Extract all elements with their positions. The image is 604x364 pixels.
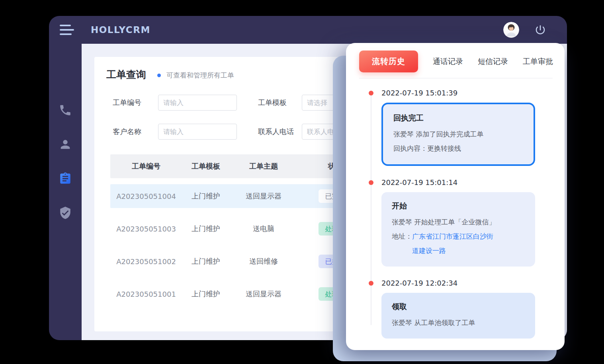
filter-label-customer: 客户名称 bbox=[113, 127, 158, 136]
column-header: 工单模板 bbox=[192, 162, 220, 171]
sidebar-item-calls[interactable] bbox=[59, 103, 72, 117]
user-avatar[interactable] bbox=[503, 22, 519, 38]
subtitle-dot-icon bbox=[157, 74, 161, 77]
sidebar-item-customers[interactable] bbox=[59, 138, 72, 151]
cell-subject: 送电脑 bbox=[253, 224, 274, 234]
sidebar-item-security[interactable] bbox=[59, 206, 72, 220]
timeline-dot-icon bbox=[369, 281, 373, 286]
timeline-entry: 2022-07-19 12:02:34 领取 张爱琴 从工单池领取了工单 bbox=[369, 279, 553, 339]
flow-history-body: 2022-07-19 15:01:39 回执完工 张爱琴 添加了回执并完成工单 … bbox=[346, 78, 565, 339]
tab-sms-records[interactable]: 短信记录 bbox=[478, 56, 508, 67]
filter-label-template: 工单模板 bbox=[258, 98, 302, 107]
event-line: 回执内容：更换转接线 bbox=[393, 141, 523, 156]
menu-hamburger-icon[interactable] bbox=[60, 23, 75, 37]
event-address-row: 地址： 广东省江门市蓬江区白沙街道建设一路 bbox=[392, 229, 525, 258]
timeline-card-completed[interactable]: 回执完工 张爱琴 添加了回执并完成工单 回执内容：更换转接线 bbox=[381, 103, 535, 166]
event-title: 领取 bbox=[392, 302, 525, 312]
event-line: 张爱琴 从工单池领取了工单 bbox=[392, 315, 525, 330]
detail-tabs: 流转历史 通话记录 短信记录 工单审批 bbox=[346, 43, 565, 72]
column-header: 工单编号 bbox=[132, 162, 160, 171]
timeline-entry: 2022-07-19 15:01:14 开始 张爱琴 开始处理工单「企业微信」 … bbox=[369, 178, 553, 267]
top-bar: HOLLYCRM bbox=[49, 16, 567, 44]
cell-template: 上门维护 bbox=[192, 257, 220, 266]
sidebar-item-work-orders[interactable] bbox=[59, 172, 72, 185]
cell-order-id: A202305051004 bbox=[116, 192, 176, 200]
timeline-dot-icon bbox=[369, 180, 373, 185]
logout-power-icon[interactable] bbox=[534, 24, 546, 36]
tab-approval[interactable]: 工单审批 bbox=[523, 56, 553, 67]
cell-template: 上门维护 bbox=[192, 191, 220, 201]
cell-order-id: A202305051002 bbox=[116, 257, 176, 266]
event-title: 回执完工 bbox=[393, 113, 523, 123]
event-line: 张爱琴 开始处理工单「企业微信」 bbox=[392, 215, 525, 229]
filter-label-order-no: 工单编号 bbox=[113, 98, 158, 107]
page-title: 工单查询 bbox=[106, 68, 146, 81]
cell-subject: 送回显示器 bbox=[246, 289, 281, 299]
timeline-card-claimed: 领取 张爱琴 从工单池领取了工单 bbox=[381, 293, 535, 339]
timeline-card-start: 开始 张爱琴 开始处理工单「企业微信」 地址： 广东省江门市蓬江区白沙街道建设一… bbox=[381, 192, 535, 267]
cell-subject: 送回维修 bbox=[249, 257, 278, 266]
address-link[interactable]: 广东省江门市蓬江区白沙街道建设一路 bbox=[412, 229, 497, 258]
cell-order-id: A202305051001 bbox=[116, 290, 176, 298]
order-no-input[interactable] bbox=[158, 95, 237, 111]
timeline-timestamp: 2022-07-19 12:02:34 bbox=[381, 279, 553, 287]
cell-order-id: A202305051003 bbox=[116, 225, 176, 233]
event-title: 开始 bbox=[392, 201, 525, 211]
customer-name-input[interactable] bbox=[158, 124, 237, 140]
timeline-timestamp: 2022-07-19 15:01:14 bbox=[381, 178, 553, 187]
work-order-detail-panel: 流转历史 通话记录 短信记录 工单审批 2022-07-19 15:01:39 … bbox=[346, 43, 565, 350]
column-header: 工单主题 bbox=[249, 162, 278, 171]
tab-flow-history[interactable]: 流转历史 bbox=[359, 51, 418, 72]
cell-subject: 送回显示器 bbox=[246, 191, 281, 201]
cell-template: 上门维护 bbox=[192, 224, 220, 234]
page-subtitle: 可查看和管理所有工单 bbox=[166, 71, 234, 80]
tab-call-records[interactable]: 通话记录 bbox=[433, 56, 463, 67]
left-sidebar bbox=[49, 44, 82, 340]
timeline-timestamp: 2022-07-19 15:01:39 bbox=[381, 89, 553, 97]
app-logo: HOLLYCRM bbox=[91, 25, 151, 35]
timeline-entry: 2022-07-19 15:01:39 回执完工 张爱琴 添加了回执并完成工单 … bbox=[369, 89, 553, 166]
cell-template: 上门维护 bbox=[192, 289, 220, 299]
address-label: 地址： bbox=[392, 229, 412, 243]
timeline: 2022-07-19 15:01:39 回执完工 张爱琴 添加了回执并完成工单 … bbox=[369, 89, 553, 339]
filter-label-contact-phone: 联系人电话 bbox=[258, 127, 302, 136]
timeline-dot-icon bbox=[369, 91, 373, 95]
topbar-actions bbox=[503, 22, 546, 38]
event-line: 张爱琴 添加了回执并完成工单 bbox=[393, 127, 523, 141]
